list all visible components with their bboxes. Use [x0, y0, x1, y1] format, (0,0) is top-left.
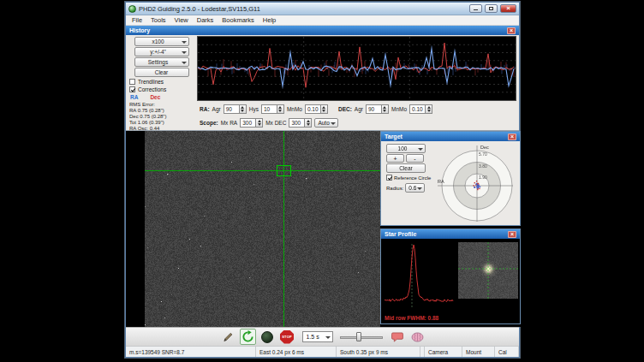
close-button[interactable]: ×	[500, 4, 516, 13]
star-profile-title: Star Profile	[385, 231, 416, 237]
menu-item-tools[interactable]: Tools	[146, 16, 170, 24]
menu-item-view[interactable]: View	[170, 16, 193, 24]
status-bar: m.s=139549 SNR=8.7 East 0.24 px 6 ms Sou…	[126, 346, 519, 357]
ra-aggression-stepper[interactable]: 90	[224, 104, 247, 114]
menu-item-help[interactable]: Help	[259, 16, 280, 24]
history-title: History	[129, 27, 150, 33]
star-profile-curve	[383, 240, 455, 311]
reference-circle-checkbox[interactable]	[386, 175, 392, 181]
chevron-down-icon	[182, 51, 187, 54]
history-caption[interactable]: History ×	[126, 26, 519, 35]
chevron-down-icon	[182, 62, 187, 64]
menu-bar: File Tools View Darks Bookmarks Help	[126, 15, 519, 26]
spin-buttons[interactable]	[305, 118, 312, 128]
maximize-button[interactable]	[485, 4, 498, 13]
max-dec-label: Mx DEC	[265, 120, 286, 126]
max-dec-stepper[interactable]: 300	[289, 118, 312, 128]
stop-sign-icon: STOP	[280, 330, 294, 344]
radius-row: Radius: 0.6	[384, 183, 432, 193]
trendlines-label: Trendlines	[138, 79, 164, 85]
slider-thumb[interactable]	[356, 332, 361, 341]
lock-position-box	[277, 165, 291, 176]
target-controls: 100 + - Clear Reference Circle	[384, 143, 432, 193]
hysteresis-stepper[interactable]: 10	[261, 104, 284, 114]
minimize-button[interactable]	[469, 4, 482, 13]
advanced-settings-button[interactable]	[409, 329, 426, 345]
zoom-out-button[interactable]: -	[406, 154, 424, 163]
gamma-slider[interactable]	[340, 331, 383, 342]
star-profile-panel: Star Profile × Mid row FWHM: 0.88	[380, 228, 521, 324]
graph-length-dropdown[interactable]: x100	[134, 37, 189, 46]
star-profile-body: Mid row FWHM: 0.88	[381, 239, 520, 323]
history-panel: History × x100 y:+/-4" Settings Clear Tr…	[126, 26, 519, 131]
desktop-background: PHD2 Guiding 2.5.0 - Lodestar,SV115,G11 …	[0, 0, 644, 362]
spin-buttons[interactable]	[426, 104, 432, 114]
menu-item-bookmarks[interactable]: Bookmarks	[218, 16, 259, 24]
right-panel-column: Target × 100 + - Clear	[380, 131, 521, 327]
star-profile-caption[interactable]: Star Profile ×	[381, 229, 520, 239]
target-close-icon[interactable]: ×	[508, 134, 516, 140]
chevron-down-icon	[418, 148, 423, 151]
reference-circle-label: Reference Circle	[394, 175, 431, 181]
app-icon	[128, 5, 136, 13]
spin-buttons[interactable]	[277, 104, 284, 114]
dec-aggression-stepper[interactable]: 90	[366, 104, 389, 114]
reference-circle-row[interactable]: Reference Circle	[384, 174, 432, 181]
max-ra-stepper[interactable]: 300	[240, 118, 263, 128]
menu-item-darks[interactable]: Darks	[193, 16, 218, 24]
guide-target-icon	[261, 331, 273, 343]
slider-track	[340, 336, 383, 339]
loop-exposures-button[interactable]	[240, 329, 256, 345]
stop-button[interactable]: STOP	[279, 329, 295, 345]
menu-item-file[interactable]: File	[128, 16, 146, 24]
corrections-checkbox-row[interactable]: Corrections	[126, 86, 197, 93]
dec-params-label: DEC:	[338, 106, 352, 112]
target-caption[interactable]: Target ×	[381, 132, 520, 141]
spin-buttons[interactable]	[240, 104, 247, 114]
maximize-icon	[489, 7, 493, 10]
rms-error-block: RMS Error: RA 0.75 (0.28") Dec 0.75 (0.2…	[126, 102, 197, 132]
spin-buttons[interactable]	[256, 118, 263, 128]
loop-arrows-icon	[242, 330, 254, 343]
camera-properties-button[interactable]	[390, 329, 406, 345]
graph-yrange-dropdown[interactable]: y:+/-4"	[134, 47, 189, 56]
corrections-label: Corrections	[138, 86, 166, 92]
dec-minmove-stepper[interactable]: 0.10	[409, 104, 432, 114]
zoom-in-button[interactable]: +	[386, 154, 404, 163]
history-controls: x100 y:+/-4" Settings Clear Trendlines C…	[126, 35, 197, 130]
max-ra-label: Mx RA	[221, 120, 238, 126]
cal-status: Cal	[495, 347, 519, 357]
guide-image-canvas[interactable]	[145, 131, 380, 327]
star-profile-close-icon[interactable]: ×	[508, 231, 516, 238]
history-close-icon[interactable]: ×	[507, 27, 516, 34]
radius-dropdown[interactable]: 0.6	[405, 183, 425, 193]
graph-clear-button[interactable]: Clear	[134, 68, 189, 77]
dec-agr-label: Agr	[355, 106, 363, 112]
trendlines-checkbox-row[interactable]: Trendlines	[126, 78, 197, 86]
guide-button[interactable]	[259, 329, 276, 345]
camera-status: Camera	[425, 347, 462, 357]
graph-settings-dropdown[interactable]: Settings	[134, 57, 189, 67]
radius-label: Radius:	[386, 186, 403, 191]
target-clear-button[interactable]: Clear	[386, 163, 426, 173]
minimize-icon	[474, 9, 478, 11]
ra-minmove-stepper[interactable]: 0.10	[305, 104, 328, 114]
ra-legend-label: RA	[130, 94, 138, 100]
crosshair-horizontal	[145, 170, 380, 171]
trendlines-checkbox[interactable]	[129, 79, 135, 85]
dec-guide-mode-dropdown[interactable]: Auto	[314, 118, 337, 128]
spin-buttons[interactable]	[321, 104, 328, 114]
ra-minmove-label: MnMo	[287, 106, 302, 112]
title-bar[interactable]: PHD2 Guiding 2.5.0 - Lodestar,SV115,G11 …	[126, 3, 519, 15]
target-zoom-dropdown[interactable]: 100	[386, 144, 426, 153]
main-area: Target × 100 + - Clear	[126, 131, 519, 327]
east-correction-status: East 0.24 px 6 ms	[256, 347, 337, 357]
exposure-duration-select[interactable]: 1.5 s	[302, 331, 333, 342]
corrections-checkbox[interactable]	[129, 86, 135, 92]
spin-buttons[interactable]	[382, 104, 389, 114]
guide-camera-display[interactable]	[126, 131, 380, 327]
star-stats-status: m.s=139549 SNR=8.7	[126, 347, 256, 357]
scope-params-row: Scope: Mx RA 300 Mx DEC 300 Auto	[200, 116, 517, 129]
connect-equipment-button[interactable]	[220, 329, 236, 345]
guide-params-row: RA: Agr 90 Hys 10 MnMo 0.10 DEC: Agr 90 …	[200, 103, 517, 116]
